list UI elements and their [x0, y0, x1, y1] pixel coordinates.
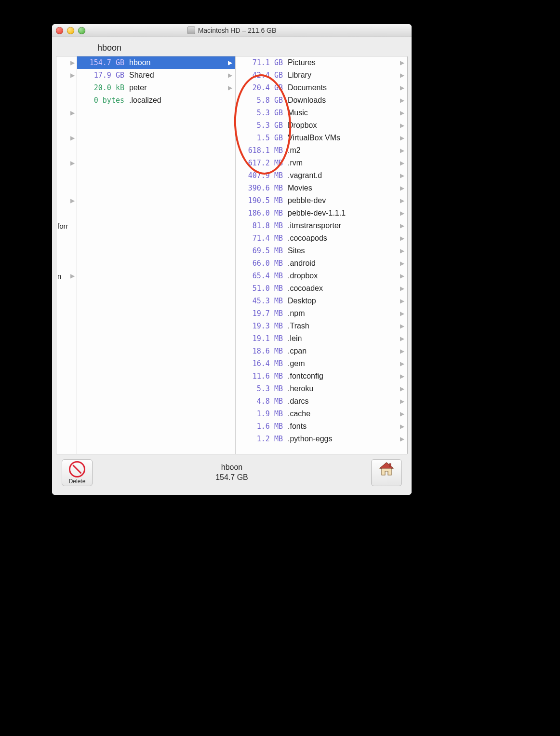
chevron-right-icon: ▶: [227, 72, 233, 79]
traffic-lights: [56, 27, 85, 34]
list-item[interactable]: 190.5 MBpebble-dev▶: [236, 194, 407, 207]
list-item[interactable]: 51.0 MB.cocoadex▶: [236, 282, 407, 295]
chevron-right-icon: ▶: [70, 197, 75, 204]
item-size: 45.3 MB: [239, 297, 288, 305]
item-name: Shared: [129, 71, 227, 80]
list-item[interactable]: 45.3 MBDesktop▶: [236, 295, 407, 307]
parent-stub-row[interactable]: ▶: [56, 107, 77, 119]
item-name: .rvm: [288, 159, 399, 167]
chevron-right-icon: ▶: [70, 135, 75, 141]
chevron-right-icon: ▶: [399, 197, 405, 204]
list-item[interactable]: 186.0 MBpebble-dev-1.1.1▶: [236, 207, 407, 219]
list-item[interactable]: 5.3 MB.heroku▶: [236, 382, 407, 395]
chevron-right-icon: ▶: [399, 335, 405, 342]
list-item[interactable]: 71.4 MB.cocoapods▶: [236, 232, 407, 245]
parent-stub-text: forr: [57, 222, 68, 230]
item-name: .itmstransporter: [288, 221, 399, 230]
item-size: 65.4 MB: [239, 272, 288, 280]
item-name: Sites: [288, 246, 399, 255]
list-item[interactable]: 19.1 MB.lein▶: [236, 332, 407, 345]
zoom-icon[interactable]: [78, 27, 85, 34]
list-item[interactable]: 17.9 GBShared▶: [77, 69, 235, 82]
column-parent-cropped[interactable]: ▶▶▶▶▶▶forrn▶: [56, 56, 77, 454]
list-item[interactable]: 407.9 MB.vagrant.d▶: [236, 169, 407, 182]
item-name: .cocoapods: [288, 234, 399, 243]
item-size: 81.8 MB: [239, 221, 288, 230]
parent-stub-row[interactable]: [56, 169, 77, 182]
list-item[interactable]: 66.0 MB.android▶: [236, 257, 407, 270]
parent-stub-row[interactable]: n▶: [56, 270, 77, 282]
item-name: .android: [288, 259, 399, 268]
home-button[interactable]: [371, 459, 402, 486]
item-size: 71.4 MB: [239, 234, 288, 243]
window-body: hboon ▶▶▶▶▶▶forrn▶ 154.7 GBhboon▶17.9 GB…: [52, 37, 412, 495]
list-item[interactable]: 20.4 GBDocuments▶: [236, 82, 407, 94]
list-item[interactable]: 617.2 MB.rvm▶: [236, 157, 407, 169]
list-item[interactable]: 42.4 GBLibrary▶: [236, 69, 407, 82]
list-item[interactable]: 618.1 MB.m2▶: [236, 144, 407, 157]
parent-stub-row[interactable]: [56, 207, 77, 219]
item-name: Dropbox: [288, 121, 399, 130]
column-home[interactable]: 71.1 GBPictures▶42.4 GBLibrary▶20.4 GBDo…: [236, 56, 407, 454]
svg-rect-2: [389, 463, 391, 466]
list-item[interactable]: 1.6 MB.fonts▶: [236, 420, 407, 433]
parent-stub-row[interactable]: [56, 245, 77, 257]
list-item[interactable]: 20.0 kBpeter▶: [77, 82, 235, 94]
footer-size: 154.7 GB: [215, 473, 248, 483]
parent-stub-row[interactable]: [56, 94, 77, 107]
parent-stub-row[interactable]: [56, 182, 77, 194]
list-item[interactable]: 390.6 MBMovies▶: [236, 182, 407, 194]
list-item[interactable]: 1.2 MB.python-eggs▶: [236, 433, 407, 445]
minimize-icon[interactable]: [67, 27, 74, 34]
list-item[interactable]: 4.8 MB.darcs▶: [236, 395, 407, 408]
item-size: 11.6 MB: [239, 372, 288, 381]
parent-stub-row[interactable]: ▶: [56, 157, 77, 169]
list-item[interactable]: 11.6 MB.fontconfig▶: [236, 370, 407, 382]
item-size: 186.0 MB: [239, 209, 288, 218]
list-item[interactable]: 81.8 MB.itmstransporter▶: [236, 219, 407, 232]
parent-stub-row[interactable]: [56, 82, 77, 94]
item-size: 1.5 GB: [239, 134, 288, 142]
list-item[interactable]: 5.8 GBDownloads▶: [236, 94, 407, 107]
parent-stub-row[interactable]: forr: [56, 219, 77, 232]
parent-stub-row[interactable]: ▶: [56, 69, 77, 82]
list-item[interactable]: 5.3 GBMusic▶: [236, 107, 407, 119]
chevron-right-icon: ▶: [399, 323, 405, 329]
delete-button[interactable]: Delete: [62, 459, 93, 486]
chevron-right-icon: ▶: [399, 298, 405, 304]
item-name: hboon: [129, 58, 227, 67]
item-size: 154.7 GB: [80, 58, 129, 67]
list-item[interactable]: 154.7 GBhboon▶: [77, 56, 235, 69]
list-item[interactable]: 1.9 MB.cache▶: [236, 408, 407, 420]
item-name: .cpan: [288, 347, 399, 355]
list-item[interactable]: 18.6 MB.cpan▶: [236, 345, 407, 357]
item-name: .fonts: [288, 422, 399, 431]
parent-stub-row[interactable]: ▶: [56, 56, 77, 69]
item-name: .lein: [288, 334, 399, 343]
list-item[interactable]: 19.3 MB.Trash▶: [236, 320, 407, 332]
list-item[interactable]: 16.4 MB.gem▶: [236, 357, 407, 370]
app-window: Macintosh HD – 211.6 GB hboon ▶▶▶▶▶▶forr…: [52, 24, 412, 495]
list-item[interactable]: 19.7 MB.npm▶: [236, 307, 407, 320]
list-item[interactable]: 65.4 MB.dropbox▶: [236, 270, 407, 282]
list-item[interactable]: 5.3 GBDropbox▶: [236, 119, 407, 132]
column-users[interactable]: 154.7 GBhboon▶17.9 GBShared▶20.0 kBpeter…: [77, 56, 236, 454]
parent-stub-row[interactable]: [56, 232, 77, 245]
close-icon[interactable]: [56, 27, 63, 34]
item-name: .darcs: [288, 397, 399, 406]
list-item[interactable]: 71.1 GBPictures▶: [236, 56, 407, 69]
list-item[interactable]: 1.5 GBVirtualBox VMs▶: [236, 132, 407, 144]
list-item[interactable]: 69.5 MBSites▶: [236, 245, 407, 257]
chevron-right-icon: ▶: [399, 172, 405, 179]
item-name: .m2: [288, 146, 399, 155]
list-item[interactable]: 0 bytes.localized: [77, 94, 235, 107]
parent-stub-row[interactable]: [56, 144, 77, 157]
chevron-right-icon: ▶: [399, 210, 405, 217]
item-name: VirtualBox VMs: [288, 134, 399, 142]
item-name: .npm: [288, 309, 399, 318]
parent-stub-row[interactable]: [56, 257, 77, 270]
parent-stub-row[interactable]: [56, 119, 77, 132]
parent-stub-row[interactable]: ▶: [56, 194, 77, 207]
parent-stub-row[interactable]: ▶: [56, 132, 77, 144]
item-size: 1.6 MB: [239, 422, 288, 431]
